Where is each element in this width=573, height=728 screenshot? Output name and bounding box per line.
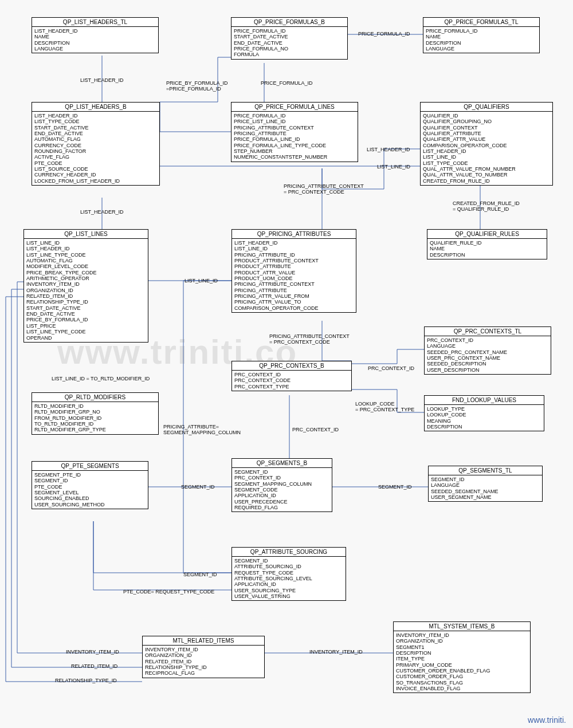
field: SO_TRANSACTIONS_FLAG	[396, 680, 528, 686]
field: DESCRIPTION	[34, 40, 156, 46]
field: LOCKED_FROM_LIST_HEADER_ID	[34, 178, 157, 184]
field: ORGANIZATION_ID	[396, 638, 528, 644]
rel-list-header-id-3: LIST_HEADER_ID	[367, 147, 410, 152]
field: CURRENCY_HEADER_ID	[34, 172, 157, 178]
entity-qp-qualifier-rules: QP_QUALIFIER_RULES QUALIFIER_RULE_IDNAME…	[427, 229, 547, 259]
field: ORGANIZATION_ID	[145, 652, 262, 658]
entity-qp-prc-contexts-tl: QP_PRC_CONTEXTS_TL PRC_CONTEXT_IDLANGUAG…	[424, 326, 551, 375]
field: LIST_HEADER_ID	[34, 28, 156, 34]
field: USER_SOURCING_METHOD	[34, 502, 146, 507]
field: PRIMARY_UOM_CODE	[396, 662, 528, 668]
field: SEGMENT_LEVEL	[34, 490, 146, 495]
field: SEGMENT_PTE_ID	[34, 472, 146, 478]
field: COMPARISON_OPERATOR_CODE	[423, 143, 550, 148]
entity-body: QUALIFIER_IDQUALIFIER_GROUPING_NOQUALIFI…	[421, 112, 552, 185]
entity-title: QP_PTE_SEGMENTS	[32, 462, 148, 471]
entity-qp-price-formulas-b: QP_PRICE_FORMULAS_B PRICE_FORMULA_IDSTAR…	[231, 17, 348, 60]
rel-pricing-attr-ctx-1: PRICING_ATTRIBUTE_CONTEXT = PRC_CONTEXT_…	[284, 183, 364, 195]
rel-segment-id-1: SEGMENT_ID	[181, 484, 215, 490]
field: END_DATE_ACTIVE	[34, 131, 157, 136]
entity-qp-list-headers-b: QP_LIST_HEADERS_B LIST_HEADER_IDLIST_TYP…	[32, 102, 160, 186]
rel-relationship-type-id: RELATIONSHIP_TYPE_ID	[55, 678, 117, 683]
entity-body: SEGMENT_PTE_IDSEGMENT_IDPTE_CODESEGMENT_…	[32, 471, 148, 509]
field: LIST_HEADER_ID	[34, 113, 157, 119]
field: RECIPROCAL_FLAG	[145, 670, 262, 676]
rel-list-line-id-to: LIST_LINE_ID = TO_RLTD_MODIFIER_ID	[52, 376, 150, 381]
field: AUTOMATIC_FLAG	[26, 258, 146, 263]
field: LIST_LINE_ID	[234, 246, 354, 251]
field: START_DATE_ACTIVE	[26, 305, 146, 311]
field: INVENTORY_ITEM_ID	[145, 647, 262, 652]
field: DESCRIPTION	[430, 252, 544, 258]
field: SEEDED_SEGMENT_NAME	[431, 489, 540, 494]
field: ACTIVE_FLAG	[34, 154, 157, 160]
field: PRODUCT_UOM_CODE	[234, 276, 354, 281]
entity-qp-rltd-modifiers: QP_RLTD_MODIFIERS RLTD_MODIFIER_IDRLTD_M…	[32, 392, 159, 435]
field: USER_PRC_CONTEXT_NAME	[427, 355, 548, 361]
field: PRICE_FORMULA_LINE_ID	[234, 136, 355, 142]
field: SEGMENT_ID	[234, 469, 329, 475]
entity-title: QP_ATTRIBUTE_SOURCING	[232, 548, 346, 557]
field: USER_SOURCING_TYPE	[234, 588, 343, 593]
field: PTE_CODE	[34, 160, 157, 166]
field: LOOKUP_TYPE	[427, 406, 541, 412]
field: REQUIRED_FLAG	[234, 505, 329, 510]
field: MODIFIER_LEVEL_CODE	[26, 263, 146, 269]
field: CREATED_FROM_RULE_ID	[423, 178, 550, 184]
field: PRICE_BREAK_TYPE_CODE	[26, 270, 146, 276]
field: NAME	[34, 34, 156, 40]
field: END_DATE_ACTIVE	[26, 311, 146, 317]
entity-mtl-system-items-b: MTL_SYSTEM_ITEMS_B INVENTORY_ITEM_IDORGA…	[393, 621, 531, 693]
entity-title: QP_SEGMENTS_TL	[429, 466, 542, 475]
field: LANGUAGE	[426, 46, 537, 52]
rel-pte-code: PTE_CODE= REQUEST_TYPE_CODE	[123, 589, 214, 595]
field: RLTD_MODIFIER_GRP_TYPE	[34, 427, 156, 432]
rel-inventory-item-id-2: INVENTORY_ITEM_ID	[309, 649, 363, 655]
entity-qp-price-formula-lines: QP_PRICE_FORMULA_LINES PRICE_FORMULA_IDP…	[231, 102, 358, 162]
field: LIST_SOURCE_CODE	[34, 166, 157, 172]
field: CUSTOMER_ORDER_ENABLED_FLAG	[396, 668, 528, 674]
field: NAME	[430, 246, 544, 251]
field: USER_PRECEDENCE	[234, 499, 329, 505]
field: SEGMENT1	[396, 644, 528, 650]
rel-prc-context-id-2: PRC_CONTEXT_ID	[292, 427, 339, 432]
field: FROM_RLTD_MODIFIER_ID	[34, 415, 156, 421]
field: DESCRIPTION	[427, 424, 541, 430]
entity-title: QP_PRC_CONTEXTS_TL	[425, 327, 551, 336]
rel-list-header-id-1: LIST_HEADER_ID	[80, 77, 124, 83]
field: PRC_CONTEXT_ID	[427, 337, 548, 343]
entity-body: LIST_HEADER_IDLIST_LINE_IDPRICING_ATTRIB…	[232, 239, 356, 312]
field: LOOKUP_CODE	[427, 412, 541, 418]
field: MEANING	[427, 418, 541, 424]
field: PRICING_ATTRIBUTE_CONTEXT	[234, 281, 354, 287]
rel-lookup-code: LOOKUP_CODE = PRC_CONTEXT_TYPE	[355, 401, 414, 412]
field: INVOICE_ENABLED_FLAG	[396, 686, 528, 691]
field: AUTOMATIC_FLAG	[34, 136, 157, 142]
field: PRICING_ATTRIBUTE_ID	[234, 252, 354, 258]
field: LIST_PRICE	[26, 323, 146, 329]
field: INVENTORY_ITEM_ID	[26, 281, 146, 287]
field: USER_SEGMENT_NAME	[431, 494, 540, 500]
entity-body: PRC_CONTEXT_IDPRC_CONTEXT_CODEPRC_CONTEX…	[232, 371, 351, 391]
field: LIST_HEADER_ID	[26, 246, 146, 251]
field: START_DATE_ACTIVE	[34, 125, 157, 131]
field: QUALIFIER_CONTEXT	[423, 125, 550, 131]
field: PRICE_BY_FORMULA_ID	[26, 317, 146, 322]
field: OPERAND	[26, 335, 146, 341]
entity-title: QP_PRICE_FORMULA_LINES	[231, 103, 358, 112]
field: QUAL_ATTR_VALUE_TO_NUMBER	[423, 172, 550, 178]
field: LANGUAGE	[427, 343, 548, 349]
entity-title: QP_PRICING_ATTRIBUTES	[232, 230, 356, 239]
entity-title: QP_PRICE_FORMULAS_TL	[423, 18, 539, 27]
entity-title: QP_SEGMENTS_B	[232, 459, 332, 468]
entity-title: QP_LIST_LINES	[24, 230, 148, 239]
entity-body: PRICE_FORMULA_IDPRICE_LIST_LINE_IDPRICIN…	[231, 112, 358, 162]
field: END_DATE_ACTIVE	[234, 40, 345, 46]
entity-title: QP_PRICE_FORMULAS_B	[231, 18, 347, 27]
field: PRICING_ATTRIBUTE	[234, 131, 355, 136]
field: CURRENCY_CODE	[34, 143, 157, 148]
field: SEGMENT_ID	[234, 558, 343, 564]
footer-watermark: www.triniti.	[528, 715, 566, 725]
entity-fnd-lookup-values: FND_LOOKUP_VALUES LOOKUP_TYPELOOKUP_CODE…	[424, 395, 544, 431]
field: QUALIFIER_GROUPING_NO	[423, 119, 550, 124]
